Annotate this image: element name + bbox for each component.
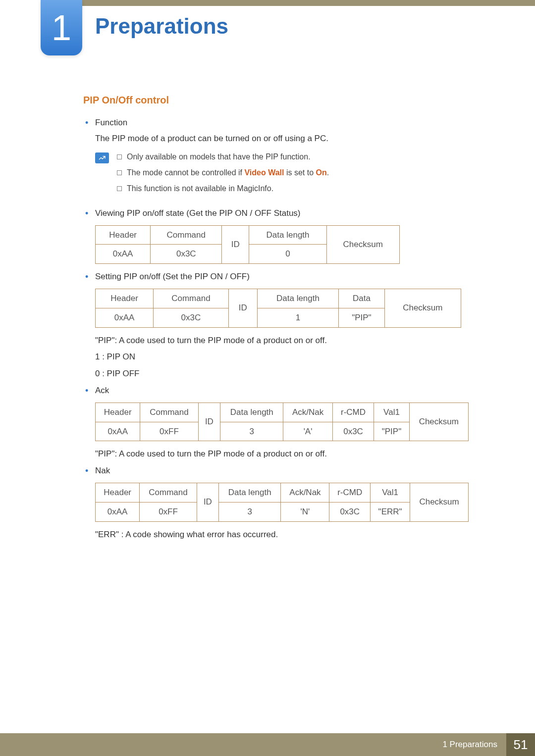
- cell: Data length: [218, 483, 280, 502]
- cell: Checksum: [409, 403, 468, 441]
- note-2-videowall: Video Wall: [244, 168, 284, 177]
- item-viewing: Viewing PIP on/off state (Get the PIP ON…: [83, 207, 481, 264]
- cell: ID: [197, 483, 218, 521]
- item-function-desc: The PIP mode of a product can be turned …: [95, 133, 481, 145]
- nak-note: "ERR" : A code showing what error has oc…: [95, 529, 481, 541]
- cell: 0x3C: [332, 422, 374, 441]
- item-function: Function The PIP mode of a product can b…: [83, 117, 481, 200]
- cell: 3: [218, 502, 280, 521]
- cell: r-CMD: [332, 403, 374, 422]
- cell: 'N': [281, 502, 329, 521]
- setting-note-2: 1 : PIP ON: [95, 351, 481, 363]
- cell: 0xAA: [96, 502, 140, 521]
- cell: Data length: [249, 225, 326, 245]
- cell: Val1: [371, 483, 410, 502]
- cell: 0x3C: [329, 502, 371, 521]
- note-2: The mode cannot be controlled if Video W…: [116, 167, 329, 178]
- chapter-title: Preparations: [95, 14, 228, 39]
- setting-note-3: 0 : PIP OFF: [95, 368, 481, 380]
- item-function-label: Function: [95, 118, 127, 127]
- footer-page-number: 51: [506, 733, 535, 756]
- cell: 0x3C: [154, 308, 229, 327]
- cell: 0: [249, 245, 326, 264]
- note-icon: [95, 152, 109, 163]
- note-1: Only available on models that have the P…: [116, 151, 329, 162]
- item-ack: Ack Header Command ID Data length Ack/Na…: [83, 385, 481, 460]
- cell: Header: [96, 289, 154, 308]
- footer-label: 1 Preparations: [433, 733, 506, 756]
- item-viewing-label: Viewing PIP on/off state (Get the PIP ON…: [95, 208, 301, 218]
- cell: ID: [222, 225, 249, 264]
- item-setting: Setting PIP on/off (Set the PIP ON / OFF…: [83, 271, 481, 380]
- cell: "PIP": [339, 308, 384, 327]
- cell: Command: [151, 225, 222, 245]
- cell: 0xAA: [96, 245, 151, 264]
- table-viewing: Header Command ID Data length Checksum 0…: [95, 225, 400, 264]
- item-nak: Nak Header Command ID Data length Ack/Na…: [83, 465, 481, 540]
- note-block: Only available on models that have the P…: [95, 151, 481, 200]
- note-3: This function is not available in MagicI…: [116, 183, 329, 194]
- cell: Command: [140, 403, 198, 422]
- note-2-on: On: [316, 168, 327, 177]
- cell: Header: [96, 225, 151, 245]
- cell: 0xFF: [140, 422, 198, 441]
- note-2a: The mode cannot be controlled if: [127, 168, 244, 177]
- cell: 'A': [283, 422, 332, 441]
- cell: Data length: [257, 289, 339, 308]
- cell: Checksum: [410, 483, 469, 521]
- cell: "ERR": [371, 502, 410, 521]
- table-ack: Header Command ID Data length Ack/Nak r-…: [95, 403, 469, 442]
- setting-note-1: "PIP": A code used to turn the PIP mode …: [95, 335, 481, 347]
- cell: ID: [228, 289, 257, 327]
- cell: Val1: [374, 403, 409, 422]
- section-title: PIP On/Off control: [83, 93, 481, 107]
- cell: Data length: [220, 403, 283, 422]
- item-nak-label: Nak: [95, 466, 110, 475]
- ack-note: "PIP": A code used to turn the PIP mode …: [95, 448, 481, 460]
- cell: Ack/Nak: [283, 403, 332, 422]
- cell: Checksum: [384, 289, 461, 327]
- note-2b: is set to: [284, 168, 316, 177]
- cell: Header: [96, 403, 140, 422]
- note-2c: .: [327, 168, 329, 177]
- page-content: PIP On/Off control Function The PIP mode…: [83, 93, 481, 545]
- table-nak: Header Command ID Data length Ack/Nak r-…: [95, 483, 469, 522]
- cell: Ack/Nak: [281, 483, 329, 502]
- footer: 1 Preparations 51: [0, 733, 535, 756]
- cell: 1: [257, 308, 339, 327]
- cell: 0xFF: [140, 502, 197, 521]
- cell: ID: [198, 403, 220, 441]
- cell: 0xAA: [96, 422, 140, 441]
- table-setting: Header Command ID Data length Data Check…: [95, 289, 461, 328]
- cell: Checksum: [326, 225, 399, 264]
- chapter-number-badge: 1: [41, 0, 82, 55]
- cell: Data: [339, 289, 384, 308]
- item-ack-label: Ack: [95, 386, 109, 395]
- cell: Command: [140, 483, 197, 502]
- cell: r-CMD: [329, 483, 371, 502]
- cell: Command: [154, 289, 229, 308]
- cell: "PIP": [374, 422, 409, 441]
- content-list: Function The PIP mode of a product can b…: [83, 117, 481, 540]
- cell: Header: [96, 483, 140, 502]
- cell: 3: [220, 422, 283, 441]
- item-setting-label: Setting PIP on/off (Set the PIP ON / OFF…: [95, 272, 250, 281]
- header-bar: [41, 0, 535, 6]
- cell: 0x3C: [151, 245, 222, 264]
- note-list: Only available on models that have the P…: [116, 151, 329, 200]
- cell: 0xAA: [96, 308, 154, 327]
